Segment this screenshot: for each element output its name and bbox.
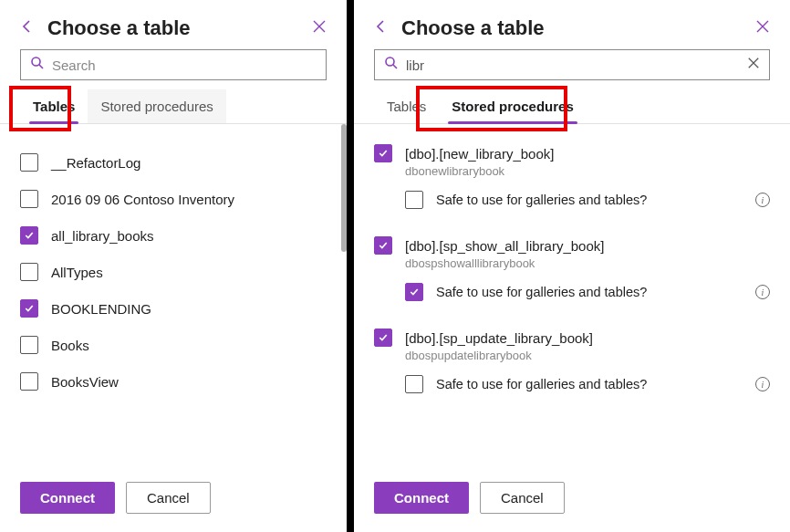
connect-button[interactable]: Connect — [374, 482, 469, 514]
svg-line-1 — [39, 65, 43, 68]
checkbox[interactable] — [374, 329, 392, 347]
table-label: 2016 09 06 Contoso Inventory — [51, 192, 234, 207]
procedures-list[interactable]: [dbo].[new_library_book] dbonewlibrarybo… — [354, 124, 790, 468]
right-panel: Choose a table Tables Stored procedures … — [354, 0, 790, 532]
back-arrow-icon[interactable] — [20, 19, 35, 38]
svg-line-3 — [393, 65, 397, 68]
search-input[interactable] — [406, 57, 747, 73]
tabs-row: Tables Stored procedures — [0, 89, 347, 124]
procedure-subtitle: dbonewlibrarybook — [405, 164, 770, 178]
procedure-header[interactable]: [dbo].[sp_update_library_book] — [374, 329, 770, 347]
search-box[interactable] — [20, 49, 327, 80]
connect-button[interactable]: Connect — [20, 482, 115, 514]
table-row[interactable]: Books — [20, 327, 327, 363]
tables-list[interactable]: __RefactorLog 2016 09 06 Contoso Invento… — [0, 124, 347, 468]
table-label: BooksView — [51, 374, 119, 390]
procedure-item: [dbo].[new_library_book] dbonewlibrarybo… — [374, 139, 770, 231]
checkbox[interactable] — [20, 336, 38, 354]
table-row[interactable]: all_library_books — [20, 217, 327, 254]
table-row[interactable]: BOOKLENDING — [20, 290, 327, 327]
safe-row: Safe to use for galleries and tables? i — [374, 178, 770, 225]
left-panel: Choose a table Tables Stored procedures … — [0, 0, 347, 532]
table-row[interactable]: __RefactorLog — [20, 144, 327, 181]
procedure-header[interactable]: [dbo].[new_library_book] — [374, 144, 770, 162]
scrollbar[interactable] — [341, 124, 347, 252]
tab-stored-procedures[interactable]: Stored procedures — [88, 89, 225, 123]
safe-label: Safe to use for galleries and tables? — [436, 285, 743, 299]
procedure-title: [dbo].[sp_update_library_book] — [405, 330, 593, 346]
panel-title: Choose a table — [401, 16, 755, 40]
procedure-item: [dbo].[sp_update_library_book] dbospupda… — [374, 323, 770, 415]
safe-label: Safe to use for galleries and tables? — [436, 193, 743, 207]
info-icon[interactable]: i — [755, 193, 770, 207]
table-label: all_library_books — [51, 228, 154, 244]
checkbox[interactable] — [20, 263, 38, 281]
search-container — [354, 49, 790, 89]
cancel-button[interactable]: Cancel — [126, 482, 211, 514]
svg-point-0 — [32, 57, 40, 66]
table-row[interactable]: AllTypes — [20, 254, 327, 290]
table-row[interactable]: 2016 09 06 Contoso Inventory — [20, 181, 327, 217]
table-label: BOOKLENDING — [51, 301, 151, 317]
checkbox[interactable] — [374, 144, 392, 162]
header: Choose a table — [354, 0, 790, 49]
header: Choose a table — [0, 0, 347, 49]
safe-checkbox[interactable] — [405, 283, 423, 301]
table-label: AllTypes — [51, 265, 103, 280]
procedure-header[interactable]: [dbo].[sp_show_all_library_book] — [374, 236, 770, 255]
cancel-button[interactable]: Cancel — [480, 482, 565, 514]
procedure-subtitle: dbospshowalllibrarybook — [405, 256, 770, 270]
table-row[interactable]: BooksView — [20, 363, 327, 400]
search-box[interactable] — [374, 49, 770, 80]
checkbox[interactable] — [20, 299, 38, 318]
footer: Connect Cancel — [0, 468, 347, 532]
search-container — [0, 49, 347, 89]
tab-tables[interactable]: Tables — [374, 89, 439, 123]
clear-search-icon[interactable] — [747, 57, 760, 73]
procedure-subtitle: dbospupdatelibrarybook — [405, 349, 770, 362]
svg-point-2 — [386, 57, 394, 66]
procedure-title: [dbo].[new_library_book] — [405, 146, 554, 162]
footer: Connect Cancel — [354, 468, 790, 532]
tab-stored-procedures[interactable]: Stored procedures — [439, 89, 586, 123]
search-icon — [30, 56, 45, 74]
checkbox[interactable] — [20, 153, 38, 172]
checkbox[interactable] — [374, 236, 392, 255]
search-input[interactable] — [52, 57, 317, 73]
safe-checkbox[interactable] — [405, 191, 423, 209]
close-icon[interactable] — [312, 19, 327, 38]
safe-row: Safe to use for galleries and tables? i — [374, 270, 770, 318]
info-icon[interactable]: i — [755, 285, 770, 299]
tabs-row: Tables Stored procedures — [354, 89, 790, 124]
procedure-item: [dbo].[sp_show_all_library_book] dbospsh… — [374, 231, 770, 323]
checkbox[interactable] — [20, 226, 38, 245]
safe-row: Safe to use for galleries and tables? i — [374, 362, 770, 410]
procedure-title: [dbo].[sp_show_all_library_book] — [405, 238, 604, 254]
table-label: __RefactorLog — [51, 155, 140, 171]
table-label: Books — [51, 338, 89, 353]
panel-title: Choose a table — [47, 16, 312, 40]
close-icon[interactable] — [755, 19, 770, 38]
tab-tables[interactable]: Tables — [20, 89, 88, 123]
checkbox[interactable] — [20, 372, 38, 391]
info-icon[interactable]: i — [755, 377, 770, 391]
checkbox[interactable] — [20, 190, 38, 208]
search-icon — [384, 56, 399, 74]
back-arrow-icon[interactable] — [374, 19, 389, 38]
safe-label: Safe to use for galleries and tables? — [436, 377, 743, 391]
safe-checkbox[interactable] — [405, 375, 423, 393]
